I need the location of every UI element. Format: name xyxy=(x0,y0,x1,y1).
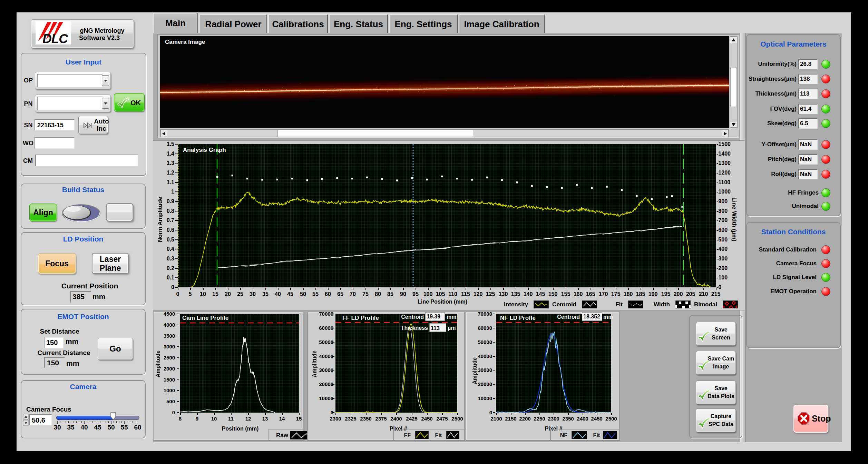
svg-text:DLC: DLC xyxy=(42,32,68,45)
